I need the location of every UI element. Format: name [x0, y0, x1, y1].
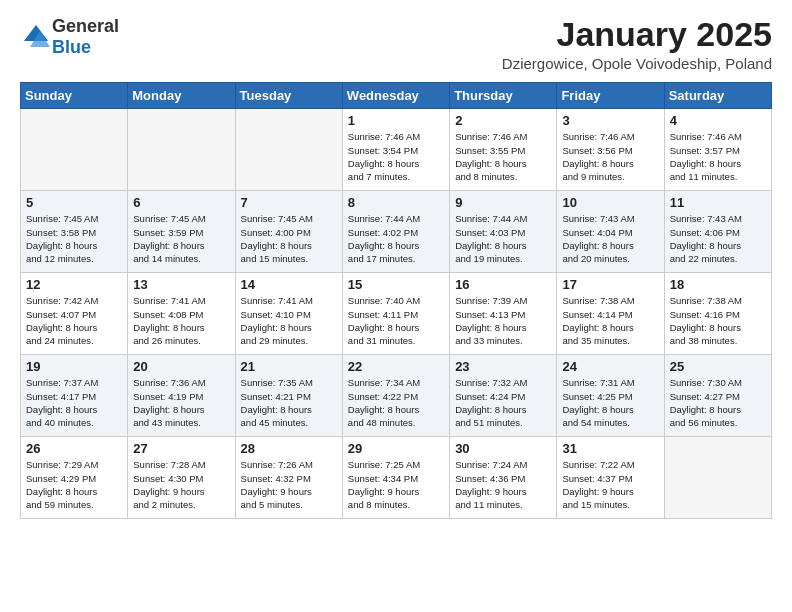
- day-number: 3: [562, 113, 658, 128]
- calendar-cell: 30Sunrise: 7:24 AM Sunset: 4:36 PM Dayli…: [450, 437, 557, 519]
- day-number: 2: [455, 113, 551, 128]
- calendar-cell: 24Sunrise: 7:31 AM Sunset: 4:25 PM Dayli…: [557, 355, 664, 437]
- calendar-cell: 13Sunrise: 7:41 AM Sunset: 4:08 PM Dayli…: [128, 273, 235, 355]
- day-number: 9: [455, 195, 551, 210]
- calendar-cell: 19Sunrise: 7:37 AM Sunset: 4:17 PM Dayli…: [21, 355, 128, 437]
- calendar-cell: 16Sunrise: 7:39 AM Sunset: 4:13 PM Dayli…: [450, 273, 557, 355]
- day-number: 26: [26, 441, 122, 456]
- day-info: Sunrise: 7:39 AM Sunset: 4:13 PM Dayligh…: [455, 294, 551, 347]
- day-number: 29: [348, 441, 444, 456]
- day-info: Sunrise: 7:40 AM Sunset: 4:11 PM Dayligh…: [348, 294, 444, 347]
- day-info: Sunrise: 7:42 AM Sunset: 4:07 PM Dayligh…: [26, 294, 122, 347]
- day-info: Sunrise: 7:46 AM Sunset: 3:57 PM Dayligh…: [670, 130, 766, 183]
- logo: General Blue: [20, 16, 119, 58]
- calendar-cell: 29Sunrise: 7:25 AM Sunset: 4:34 PM Dayli…: [342, 437, 449, 519]
- logo-icon: [20, 21, 52, 53]
- day-number: 10: [562, 195, 658, 210]
- weekday-header: Saturday: [664, 83, 771, 109]
- calendar-cell: 8Sunrise: 7:44 AM Sunset: 4:02 PM Daylig…: [342, 191, 449, 273]
- calendar-cell: 17Sunrise: 7:38 AM Sunset: 4:14 PM Dayli…: [557, 273, 664, 355]
- day-info: Sunrise: 7:45 AM Sunset: 3:58 PM Dayligh…: [26, 212, 122, 265]
- page: General Blue January 2025 Dziergowice, O…: [0, 0, 792, 612]
- calendar-cell: 9Sunrise: 7:44 AM Sunset: 4:03 PM Daylig…: [450, 191, 557, 273]
- day-number: 11: [670, 195, 766, 210]
- day-info: Sunrise: 7:34 AM Sunset: 4:22 PM Dayligh…: [348, 376, 444, 429]
- day-info: Sunrise: 7:46 AM Sunset: 3:56 PM Dayligh…: [562, 130, 658, 183]
- day-info: Sunrise: 7:45 AM Sunset: 3:59 PM Dayligh…: [133, 212, 229, 265]
- calendar-header-row: SundayMondayTuesdayWednesdayThursdayFrid…: [21, 83, 772, 109]
- calendar-cell: 26Sunrise: 7:29 AM Sunset: 4:29 PM Dayli…: [21, 437, 128, 519]
- day-number: 18: [670, 277, 766, 292]
- calendar-cell: 11Sunrise: 7:43 AM Sunset: 4:06 PM Dayli…: [664, 191, 771, 273]
- day-info: Sunrise: 7:44 AM Sunset: 4:02 PM Dayligh…: [348, 212, 444, 265]
- day-info: Sunrise: 7:44 AM Sunset: 4:03 PM Dayligh…: [455, 212, 551, 265]
- day-number: 4: [670, 113, 766, 128]
- calendar-cell: [128, 109, 235, 191]
- title-block: January 2025 Dziergowice, Opole Voivodes…: [502, 16, 772, 72]
- calendar-cell: 12Sunrise: 7:42 AM Sunset: 4:07 PM Dayli…: [21, 273, 128, 355]
- day-info: Sunrise: 7:35 AM Sunset: 4:21 PM Dayligh…: [241, 376, 337, 429]
- day-info: Sunrise: 7:46 AM Sunset: 3:54 PM Dayligh…: [348, 130, 444, 183]
- calendar-cell: 3Sunrise: 7:46 AM Sunset: 3:56 PM Daylig…: [557, 109, 664, 191]
- day-number: 7: [241, 195, 337, 210]
- calendar-table: SundayMondayTuesdayWednesdayThursdayFrid…: [20, 82, 772, 519]
- calendar-cell: 20Sunrise: 7:36 AM Sunset: 4:19 PM Dayli…: [128, 355, 235, 437]
- calendar-cell: 1Sunrise: 7:46 AM Sunset: 3:54 PM Daylig…: [342, 109, 449, 191]
- day-number: 21: [241, 359, 337, 374]
- calendar-cell: 4Sunrise: 7:46 AM Sunset: 3:57 PM Daylig…: [664, 109, 771, 191]
- day-number: 22: [348, 359, 444, 374]
- calendar-week-row: 5Sunrise: 7:45 AM Sunset: 3:58 PM Daylig…: [21, 191, 772, 273]
- day-info: Sunrise: 7:43 AM Sunset: 4:04 PM Dayligh…: [562, 212, 658, 265]
- day-number: 20: [133, 359, 229, 374]
- day-info: Sunrise: 7:30 AM Sunset: 4:27 PM Dayligh…: [670, 376, 766, 429]
- calendar-cell: 14Sunrise: 7:41 AM Sunset: 4:10 PM Dayli…: [235, 273, 342, 355]
- day-info: Sunrise: 7:25 AM Sunset: 4:34 PM Dayligh…: [348, 458, 444, 511]
- calendar-week-row: 1Sunrise: 7:46 AM Sunset: 3:54 PM Daylig…: [21, 109, 772, 191]
- day-number: 1: [348, 113, 444, 128]
- calendar-cell: 21Sunrise: 7:35 AM Sunset: 4:21 PM Dayli…: [235, 355, 342, 437]
- calendar-cell: 6Sunrise: 7:45 AM Sunset: 3:59 PM Daylig…: [128, 191, 235, 273]
- weekday-header: Monday: [128, 83, 235, 109]
- calendar-cell: [21, 109, 128, 191]
- calendar-cell: 5Sunrise: 7:45 AM Sunset: 3:58 PM Daylig…: [21, 191, 128, 273]
- day-info: Sunrise: 7:38 AM Sunset: 4:14 PM Dayligh…: [562, 294, 658, 347]
- logo-general: General: [52, 16, 119, 36]
- location-title: Dziergowice, Opole Voivodeship, Poland: [502, 55, 772, 72]
- day-info: Sunrise: 7:41 AM Sunset: 4:08 PM Dayligh…: [133, 294, 229, 347]
- calendar-cell: [235, 109, 342, 191]
- calendar-week-row: 26Sunrise: 7:29 AM Sunset: 4:29 PM Dayli…: [21, 437, 772, 519]
- calendar-cell: 22Sunrise: 7:34 AM Sunset: 4:22 PM Dayli…: [342, 355, 449, 437]
- day-info: Sunrise: 7:45 AM Sunset: 4:00 PM Dayligh…: [241, 212, 337, 265]
- day-info: Sunrise: 7:22 AM Sunset: 4:37 PM Dayligh…: [562, 458, 658, 511]
- weekday-header: Thursday: [450, 83, 557, 109]
- calendar-cell: 28Sunrise: 7:26 AM Sunset: 4:32 PM Dayli…: [235, 437, 342, 519]
- day-info: Sunrise: 7:38 AM Sunset: 4:16 PM Dayligh…: [670, 294, 766, 347]
- day-info: Sunrise: 7:26 AM Sunset: 4:32 PM Dayligh…: [241, 458, 337, 511]
- header: General Blue January 2025 Dziergowice, O…: [20, 16, 772, 72]
- calendar-cell: 2Sunrise: 7:46 AM Sunset: 3:55 PM Daylig…: [450, 109, 557, 191]
- calendar-cell: 18Sunrise: 7:38 AM Sunset: 4:16 PM Dayli…: [664, 273, 771, 355]
- day-number: 14: [241, 277, 337, 292]
- month-title: January 2025: [502, 16, 772, 53]
- day-number: 15: [348, 277, 444, 292]
- day-number: 6: [133, 195, 229, 210]
- calendar-cell: [664, 437, 771, 519]
- day-info: Sunrise: 7:41 AM Sunset: 4:10 PM Dayligh…: [241, 294, 337, 347]
- day-number: 31: [562, 441, 658, 456]
- day-info: Sunrise: 7:28 AM Sunset: 4:30 PM Dayligh…: [133, 458, 229, 511]
- day-number: 24: [562, 359, 658, 374]
- calendar-cell: 31Sunrise: 7:22 AM Sunset: 4:37 PM Dayli…: [557, 437, 664, 519]
- day-number: 13: [133, 277, 229, 292]
- calendar-week-row: 12Sunrise: 7:42 AM Sunset: 4:07 PM Dayli…: [21, 273, 772, 355]
- logo-blue: Blue: [52, 37, 91, 57]
- day-number: 23: [455, 359, 551, 374]
- day-number: 25: [670, 359, 766, 374]
- day-info: Sunrise: 7:31 AM Sunset: 4:25 PM Dayligh…: [562, 376, 658, 429]
- day-number: 5: [26, 195, 122, 210]
- calendar-cell: 23Sunrise: 7:32 AM Sunset: 4:24 PM Dayli…: [450, 355, 557, 437]
- calendar-cell: 10Sunrise: 7:43 AM Sunset: 4:04 PM Dayli…: [557, 191, 664, 273]
- day-number: 16: [455, 277, 551, 292]
- day-number: 27: [133, 441, 229, 456]
- day-number: 12: [26, 277, 122, 292]
- day-info: Sunrise: 7:32 AM Sunset: 4:24 PM Dayligh…: [455, 376, 551, 429]
